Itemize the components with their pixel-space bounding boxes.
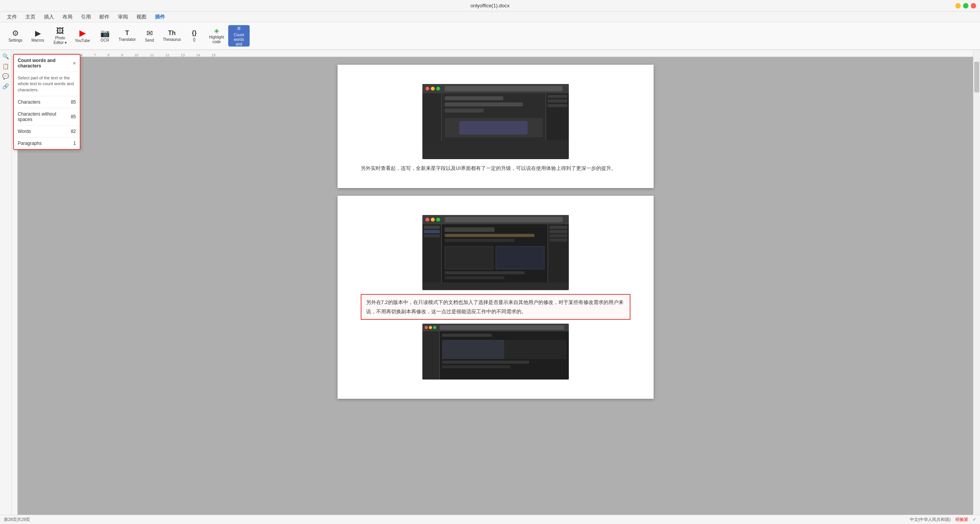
send-label: Send <box>145 38 154 43</box>
toolbar-send-btn[interactable]: ✉ Send <box>139 25 160 47</box>
menu-review[interactable]: 审阅 <box>114 12 132 22</box>
toolbar-photo-editor-btn[interactable]: 🖼 PhotoEditor ▾ <box>49 25 71 47</box>
photo-editor-icon: 🖼 <box>56 27 64 35</box>
words-value: 82 <box>71 129 76 134</box>
close-button[interactable] <box>971 3 976 8</box>
paragraphs-label: Paragraphs <box>18 141 42 146</box>
youtube-icon: ▶ <box>79 29 86 37</box>
status-left: 第28页共29页 <box>4 517 30 522</box>
screenshot-mock-3 <box>422 324 569 380</box>
doc-text-1: 另外实时查看起，连写，全新来星字段以及UI界面都有了一定的升级，可以说在使用体验… <box>361 164 630 173</box>
highlighted-text: 另外在7.2的版本中，在只读模式下的文档也加入了选择是否显示来自其他用户的修改，… <box>366 299 624 314</box>
language-indicator: 中文(中华人民共和国) <box>910 517 951 522</box>
side-clipboard-btn[interactable]: 📋 <box>1 62 10 71</box>
doc-image-3 <box>361 324 630 380</box>
count-panel-description: Select part of the text or the whole tex… <box>14 72 80 96</box>
code-icon: {} <box>192 30 197 36</box>
count-row-chars-no-spaces: Characters without spaces 85 <box>14 108 80 126</box>
thesaurus-icon: Th <box>168 30 176 36</box>
toolbar-group-quick: ⚙ Settings ▶ Macros 🖼 PhotoEditor ▾ ▶ Yo… <box>3 24 251 47</box>
menu-bar: 文件 主页 插入 布局 引用 邮件 审阅 视图 插件 <box>0 12 980 22</box>
toolbar-thesaurus-btn[interactable]: Th Thesaurus <box>161 25 183 47</box>
thesaurus-label: Thesaurus <box>163 37 181 42</box>
side-link-btn[interactable]: 🔗 <box>1 82 10 91</box>
count-panel-close-button[interactable]: × <box>73 60 76 66</box>
side-comment-btn[interactable]: 💬 <box>1 72 10 81</box>
count-row-words: Words 82 <box>14 126 80 138</box>
count-row-characters: Characters 85 <box>14 96 80 108</box>
toolbar-code-btn[interactable]: {} {} <box>183 25 205 47</box>
scrollbar-thumb[interactable] <box>974 62 979 92</box>
menu-ref[interactable]: 引用 <box>77 12 95 22</box>
count-words-icon: ≡ <box>237 25 240 32</box>
screenshot-mock-2 <box>422 215 569 290</box>
ocr-label: OCR <box>101 38 109 43</box>
zoom-level: ✓ <box>973 517 976 522</box>
chars-no-spaces-value: 85 <box>71 114 76 119</box>
toolbar: ⚙ Settings ▶ Macros 🖼 PhotoEditor ▾ ▶ Yo… <box>0 22 980 50</box>
characters-value: 85 <box>71 99 76 105</box>
toolbar-settings-btn[interactable]: ⚙ Settings <box>5 25 26 47</box>
menu-mail[interactable]: 邮件 <box>96 12 113 22</box>
toolbar-translator-btn[interactable]: T Translator <box>116 25 138 47</box>
menu-layout[interactable]: 布局 <box>59 12 76 22</box>
side-toolbar: 🔍 📋 💬 🔗 <box>0 50 12 515</box>
menu-home[interactable]: 主页 <box>22 12 39 22</box>
ocr-icon: 📷 <box>100 29 110 37</box>
document-page-1: 另外实时查看起，连写，全新来星字段以及UI界面都有了一定的升级，可以说在使用体验… <box>338 65 654 188</box>
page-count: 第28页共29页 <box>4 517 30 522</box>
toolbar-macros-btn[interactable]: ▶ Macros <box>27 25 49 47</box>
count-panel-header: Count words and characters × <box>14 55 80 72</box>
paragraphs-value: 1 <box>73 141 76 146</box>
menu-view[interactable]: 视图 <box>133 12 150 22</box>
status-right: 中文(中华人民共和国) 经验派 ✓ <box>910 517 976 522</box>
settings-label: Settings <box>8 38 22 43</box>
doc-image-2 <box>361 215 630 290</box>
youtube-label: YouTube <box>75 39 90 43</box>
menu-file[interactable]: 文件 <box>3 12 21 22</box>
characters-label: Characters <box>18 99 40 105</box>
settings-icon: ⚙ <box>12 29 19 37</box>
vertical-scrollbar[interactable] <box>973 50 980 515</box>
count-row-paragraphs: Paragraphs 1 <box>14 138 80 149</box>
minimize-button[interactable] <box>955 3 961 8</box>
count-words-label: Count wordsand <box>229 33 249 47</box>
photo-editor-label: PhotoEditor ▾ <box>54 36 67 45</box>
menu-plugins[interactable]: 插件 <box>151 12 169 22</box>
menu-insert[interactable]: 插入 <box>40 12 58 22</box>
brand-label: 经验派 <box>955 517 968 522</box>
macros-icon: ▶ <box>35 29 41 37</box>
window-controls <box>955 3 976 8</box>
chars-no-spaces-label: Characters without spaces <box>18 111 71 122</box>
document-area[interactable]: 另外实时查看起，连写，全新来星字段以及UI界面都有了一定的升级，可以说在使用体验… <box>18 57 973 515</box>
count-words-panel: Count words and characters × Select part… <box>13 54 81 150</box>
translator-icon: T <box>125 30 129 36</box>
highlight-code-icon: ◈ <box>214 28 219 34</box>
toolbar-count-words-btn[interactable]: ≡ Count wordsand <box>228 25 250 47</box>
macros-label: Macros <box>32 38 44 43</box>
highlighted-paragraph: 另外在7.2的版本中，在只读模式下的文档也加入了选择是否显示来自其他用户的修改，… <box>361 294 630 320</box>
screenshot-mock-1 <box>422 84 569 159</box>
count-panel-title: Count words and characters <box>18 58 73 69</box>
ruler-ticks: 12345 678910 1112131415 <box>12 50 973 57</box>
document-page-2: 另外在7.2的版本中，在只读模式下的文档也加入了选择是否显示来自其他用户的修改，… <box>338 196 654 399</box>
translator-label: Translator <box>119 37 136 42</box>
toolbar-highlight-code-btn[interactable]: ◈ Highlightcode <box>206 25 227 47</box>
doc-image-1 <box>361 84 630 159</box>
highlight-code-label: Highlightcode <box>209 35 224 44</box>
horizontal-ruler: 12345 678910 1112131415 <box>12 50 973 57</box>
toolbar-youtube-btn[interactable]: ▶ YouTube <box>72 25 93 47</box>
maximize-button[interactable] <box>963 3 968 8</box>
status-bar: 第28页共29页 中文(中华人民共和国) 经验派 ✓ <box>0 515 980 524</box>
side-search-btn[interactable]: 🔍 <box>1 52 10 61</box>
send-icon: ✉ <box>146 29 153 37</box>
main-area: 12345 678910 1112131415 <box>12 50 973 515</box>
words-label: Words <box>18 129 31 134</box>
code-label: {} <box>193 37 196 42</box>
toolbar-ocr-btn[interactable]: 📷 OCR <box>94 25 116 47</box>
window-title: onlyoffice(1).docx <box>471 3 510 8</box>
title-bar: onlyoffice(1).docx <box>0 0 980 12</box>
